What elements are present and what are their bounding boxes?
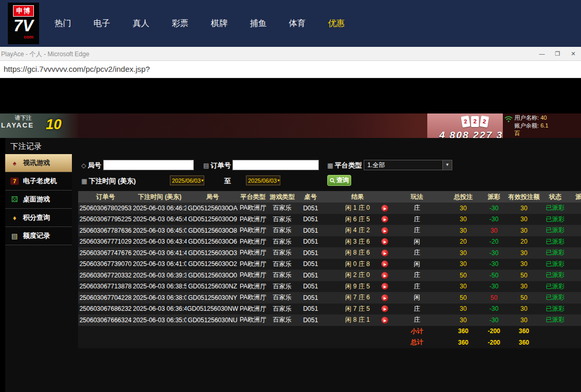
column-header: 玩法 [391,191,443,203]
total-payout: -200 [484,337,504,348]
records-table-wrap: 订单号下注时间 (美东)局号平台类型游戏类型桌号结果玩法总投注派彩有效投注额状态… [78,191,581,348]
sidebar-item[interactable]: 7电子老虎机 [5,172,72,191]
payout-time [567,214,581,225]
valid-bet: 30 [504,259,543,270]
platform-type: PA欧洲厅 [239,292,267,304]
sidebar-item[interactable]: ♠视讯游戏 [5,154,72,172]
screen: 申博 7V com 热门电子真人彩票棋牌捕鱼体育优惠 PlayAce - 个人 … [0,0,581,392]
url-text: https://gci.7vvvvvv.com/pc/pcv2/index.js… [4,65,150,73]
date-to-select[interactable]: 2025/06/03 ▼ [246,175,280,185]
nav-item[interactable]: 优惠 [317,18,356,29]
column-header: 结果 [324,191,391,203]
replay-icon[interactable]: ▶ [381,283,388,290]
replay-icon[interactable]: ▶ [381,306,388,312]
column-header: 平台类型 [239,191,267,203]
total-label: 总计 [391,337,443,348]
total-bet: 30 [443,281,484,293]
payout: -30 [484,214,504,225]
table-no: D051 [297,304,324,315]
nav-item[interactable]: 彩票 [160,18,200,29]
round-no: GD051256030O0 [187,270,239,281]
order-input[interactable] [232,160,319,170]
valid-bet: 30 [504,225,543,236]
column-header: 状态 [543,191,567,203]
replay-icon[interactable]: ▶ [381,238,388,245]
platform-type: PA欧洲厅 [239,270,267,281]
nav-item[interactable]: 体育 [278,18,317,29]
nav-item[interactable]: 电子 [82,18,121,29]
bet-record-row: 2506030677476762025-06-03 06:41:46GD0512… [78,247,581,259]
replay-icon[interactable]: ▶ [381,272,388,279]
search-button[interactable]: 查询 [327,175,351,186]
total-bet: 360 [443,337,484,348]
casino-background: 请下注 LAYACE 10 222 4 808 227 3 用户名称: 40账户… [0,113,581,138]
sidebar-item-label: 积分查询 [23,213,50,222]
chevron-down-icon[interactable]: ▼ [201,176,204,184]
sidebar-item[interactable]: ▤额度记录 [5,227,72,245]
order-no: 250603067802953 [78,203,133,214]
platform-select[interactable]: 1.全部 ▼ [364,160,452,170]
chevron-down-icon[interactable]: ▼ [442,160,452,170]
platform-select-value: 1.全部 [367,161,385,170]
replay-icon[interactable]: ▶ [381,227,388,234]
date-from-select[interactable]: 2025/06/03 ▼ [170,175,204,185]
result: 闲 1 庄 0▶ [324,203,391,214]
replay-icon[interactable]: ▶ [381,317,388,323]
platform-label: ▦平台类型 [327,161,362,170]
sidebar-item[interactable]: ♦积分查询 [5,209,72,227]
status: 已派彩 [543,314,567,326]
result: 闲 7 庄 6▶ [324,292,391,304]
round-input[interactable] [103,160,194,170]
address-bar[interactable]: https://gci.7vvvvvv.com/pc/pcv2/index.js… [0,61,581,78]
column-header: 桌号 [297,191,324,203]
chevron-down-icon[interactable]: ▼ [277,176,280,184]
nav-item[interactable]: 捕鱼 [239,18,278,29]
platform-type: PA欧洲厅 [239,214,267,225]
status: 已派彩 [543,214,567,225]
game-type: 百家乐 [267,214,297,225]
platform-type: PA欧洲厅 [239,281,267,293]
game-type: 百家乐 [267,247,297,259]
platform-type: PA欧洲厅 [239,203,267,214]
close-icon[interactable]: ✕ [565,47,581,60]
jackpot-number: 4 808 227 3 [439,130,503,138]
sidebar-item-label: 电子老虎机 [23,176,57,186]
round-no: GD051256030NW [187,304,239,315]
game-type: 百家乐 [267,225,297,236]
replay-icon[interactable]: ▶ [381,261,388,268]
valid-bet: 30 [504,314,543,326]
site-logo[interactable]: 申博 7V com [8,3,39,44]
wifi-icon [504,116,513,122]
playing-card: 2 [471,116,479,127]
nav-item[interactable]: 热门 [43,18,82,29]
user-info-line: 百 [514,130,548,137]
main-menu: 热门电子真人彩票棋牌捕鱼体育优惠 [43,0,356,47]
subtotal-bet: 360 [443,326,484,337]
result: 闲 9 庄 5▶ [324,281,391,293]
payout-time [567,270,581,281]
sidebar-item[interactable]: ⚄桌面游戏 [5,191,72,209]
replay-icon[interactable]: ▶ [381,205,388,211]
nav-item[interactable]: 棋牌 [200,18,239,29]
subtotal-row: 小计 360 -200 360 [78,326,581,337]
nav-item[interactable]: 真人 [121,18,160,29]
result: 闲 8 庄 1▶ [324,314,391,326]
replay-icon[interactable]: ▶ [381,216,388,223]
browser-titlebar[interactable]: PlayAce - 个人 - Microsoft Edge — ❐ ✕ [0,47,581,61]
bet-record-row: 2506030677138782025-06-03 06:38:57GD0512… [78,281,581,293]
bet-record-row: 2506030677876362025-06-03 06:45:04GD0512… [78,225,581,236]
minimize-icon[interactable]: — [534,47,550,60]
replay-icon[interactable]: ▶ [381,249,388,256]
slot-machine-icon: 7 [10,178,19,185]
restore-icon[interactable]: ❐ [550,47,565,60]
play-type: 庄 [391,203,443,214]
ledger-icon: ▤ [10,232,19,240]
table-no: D051 [297,214,324,225]
payout-time [567,247,581,259]
valid-bet: 50 [504,270,543,281]
replay-icon[interactable]: ▶ [381,294,388,301]
bet-time: 2025-06-03 06:36:40 [133,304,187,315]
valid-bet: 20 [504,236,543,248]
status: 已派彩 [543,259,567,270]
table-no: D051 [297,247,324,259]
